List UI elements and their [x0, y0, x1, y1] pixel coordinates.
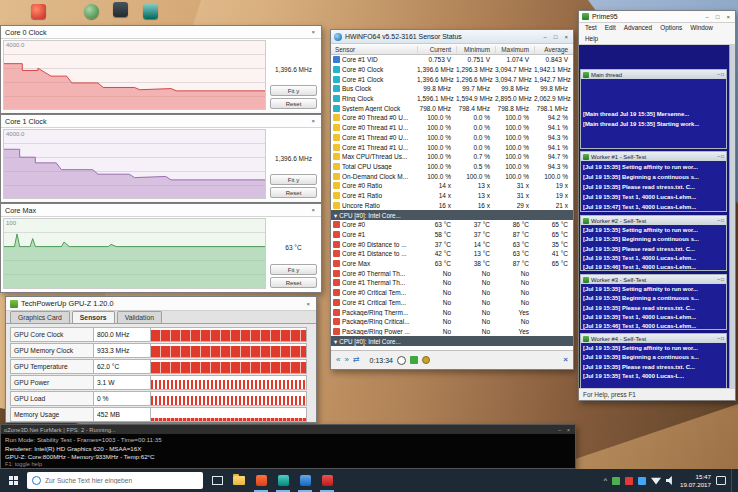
furmark-titlebar[interactable]: oZone3D.Net FurMark | FPS: 2 - Running..… — [1, 425, 575, 434]
menu-item[interactable]: Help — [581, 34, 602, 45]
scrollbar[interactable] — [729, 45, 735, 388]
tray-app-icon[interactable] — [638, 477, 646, 485]
sensor-row[interactable]: Ring Clock 1,596.1 MHz 1,594.9 MHz 2,895… — [331, 94, 573, 104]
sensor-row[interactable]: Package/Ring Power ... No No Yes — [331, 327, 573, 337]
child-titlebar[interactable]: Worker #3 - Self-Test –□ — [581, 275, 726, 284]
graph-window-titlebar[interactable]: Core 0 Clock × — [1, 26, 321, 39]
child-window-buttons[interactable]: –□ — [717, 153, 724, 160]
sensor-row[interactable]: Core #0 Critical Tem... No No No — [331, 288, 573, 298]
menu-item[interactable]: Edit — [601, 23, 620, 34]
clock-icon[interactable] — [397, 356, 406, 365]
sensor-row[interactable]: Core #1 Thread #1 U... 100.0 % 0.0 % 100… — [331, 142, 573, 152]
action-center-icon[interactable] — [716, 476, 726, 485]
minimize-icon[interactable]: – — [556, 426, 563, 434]
maximize-icon[interactable]: □ — [552, 33, 560, 41]
close-icon[interactable]: × — [562, 33, 570, 41]
sensor-row[interactable]: Core #0 Thread #0 U... 100.0 % 0.0 % 100… — [331, 113, 573, 123]
network-icon[interactable] — [651, 477, 661, 485]
gpuz-sensor-value[interactable]: 0 % — [94, 391, 151, 406]
gpuz-task-button[interactable] — [272, 469, 294, 492]
desktop-shortcut-icon[interactable] — [31, 4, 46, 19]
swap-icon[interactable]: ⇄ — [353, 355, 360, 365]
gpuz-sensor-value[interactable]: 800.0 MHz — [94, 327, 151, 342]
menu-item[interactable]: Window — [686, 23, 717, 34]
close-icon[interactable]: × — [724, 13, 732, 21]
logging-icon[interactable] — [410, 356, 418, 364]
sensor-row[interactable]: Core #1 Distance to ... 42 °C 13 °C 63 °… — [331, 249, 573, 259]
sensor-row[interactable]: Uncore Ratio 16 x 16 x 29 x 21 x — [331, 200, 573, 210]
fit-y-button[interactable]: Fit y — [270, 85, 317, 96]
reset-button[interactable]: Reset — [270, 98, 317, 109]
sensor-row[interactable]: Core #1 58 °C 37 °C 87 °C 65 °C — [331, 230, 573, 240]
prime95-titlebar[interactable]: Prime95 – □ × — [579, 11, 735, 23]
prime95-task-button[interactable] — [316, 469, 338, 492]
chevron-up-icon[interactable]: ^ — [604, 477, 607, 484]
child-titlebar[interactable]: Worker #2 - Self-Test –□ — [581, 216, 726, 225]
sensor-row[interactable]: Core #1 Critical Tem... No No No — [331, 298, 573, 308]
sensor-row[interactable]: Core #0 Thread #1 U... 100.0 % 0.0 % 100… — [331, 123, 573, 133]
child-titlebar[interactable]: Worker #4 - Self-Test –□ — [581, 334, 726, 343]
close-icon[interactable]: × — [309, 117, 317, 125]
menu-item[interactable]: Test — [581, 23, 601, 34]
reset-button[interactable]: Reset — [270, 187, 317, 198]
gpuz-sensor-value[interactable]: 933.3 MHz — [94, 343, 151, 358]
taskbar-search[interactable]: Zur Suche Text hier eingeben — [27, 472, 203, 489]
taskbar-clock[interactable]: 15:47 19.07.2017 — [680, 473, 711, 488]
sensor-row[interactable]: Package/Ring Therm... No No Yes — [331, 307, 573, 317]
volume-icon[interactable] — [666, 476, 675, 485]
fit-y-button[interactable]: Fit y — [270, 174, 317, 185]
sensor-section-header[interactable]: ▾ CPU [#0]: Intel Core... — [331, 210, 573, 220]
child-window-buttons[interactable]: –□ — [717, 276, 724, 283]
child-window-buttons[interactable]: –□ — [717, 335, 724, 342]
gpuz-sensor-value[interactable]: 3.1 W — [94, 375, 151, 390]
sensor-row[interactable]: Package/Ring Critical... No No No — [331, 317, 573, 327]
file-explorer-button[interactable] — [228, 469, 250, 492]
minimize-icon[interactable]: – — [542, 33, 549, 41]
sensor-section-header[interactable]: ▾ CPU [#0]: Intel Core... — [331, 336, 573, 346]
sensor-row[interactable]: Core #0 Clock 1,396.6 MHz 1,296.3 MHz 3,… — [331, 65, 573, 75]
minimize-icon[interactable]: – — [704, 13, 711, 21]
gpuz-sensor-value[interactable]: 452 MB — [94, 407, 151, 422]
sensor-row[interactable]: Core #0 Ratio 14 x 13 x 31 x 19 x — [331, 181, 573, 191]
toolbar-close-icon[interactable]: × — [563, 355, 568, 365]
sensor-row[interactable]: Total CPU Usage 100.0 % 0.5 % 100.0 % 94… — [331, 162, 573, 172]
fit-y-button[interactable]: Fit y — [270, 264, 317, 275]
tray-app-icon[interactable] — [612, 477, 620, 485]
close-icon[interactable]: × — [309, 28, 317, 36]
sensor-row[interactable]: Max CPU/Thread Us... 100.0 % 0.7 % 100.0… — [331, 152, 573, 162]
column-average[interactable]: Average — [534, 46, 573, 53]
sensor-row[interactable]: Bus Clock 99.8 MHz 99.7 MHz 99.8 MHz 99.… — [331, 84, 573, 94]
column-current[interactable]: Current — [417, 46, 456, 53]
menu-item[interactable]: Options — [656, 23, 686, 34]
graph-window-titlebar[interactable]: Core 1 Clock × — [1, 115, 321, 128]
column-sensor[interactable]: Sensor — [331, 46, 417, 53]
sensor-row[interactable]: Core #0 Distance to ... 37 °C 14 °C 63 °… — [331, 239, 573, 249]
sensor-row[interactable]: Core Max 63 °C 38 °C 87 °C 65 °C — [331, 259, 573, 269]
gpuz-tab[interactable]: Graphics Card — [10, 311, 70, 323]
task-view-button[interactable] — [206, 469, 228, 492]
graph-window-titlebar[interactable]: Core Max × — [1, 204, 321, 217]
tray-app-icon[interactable] — [625, 477, 633, 485]
close-icon[interactable]: × — [304, 300, 312, 308]
sensor-row[interactable]: Core #0 Thermal Th... No No No — [331, 268, 573, 278]
sensor-row[interactable]: Core #1 Clock 1,396.6 MHz 1,296.6 MHz 3,… — [331, 74, 573, 84]
close-icon[interactable]: × — [565, 426, 572, 434]
child-window-buttons[interactable]: –□ — [717, 71, 724, 78]
furmark-task-button[interactable] — [250, 469, 272, 492]
show-desktop-button[interactable] — [731, 469, 735, 492]
gpuz-tab[interactable]: Sensors — [72, 311, 115, 323]
sensor-row[interactable]: Core #1 Ratio 14 x 13 x 31 x 19 x — [331, 191, 573, 201]
child-titlebar[interactable]: Worker #1 - Self-Test –□ — [581, 152, 726, 161]
start-button[interactable] — [0, 469, 26, 492]
settings-gear-icon[interactable] — [422, 356, 430, 364]
back-icon[interactable]: « — [336, 355, 340, 365]
sensor-row[interactable]: On-Demand Clock M... 100.0 % 100.0 % 100… — [331, 171, 573, 181]
maximize-icon[interactable]: □ — [714, 13, 722, 21]
column-maximum[interactable]: Maximum — [495, 46, 534, 53]
desktop-shortcut-icon[interactable] — [84, 4, 99, 19]
sensor-row[interactable]: Core #1 VID 0.753 V 0.751 V 1.074 V 0.84… — [331, 55, 573, 65]
forward-icon[interactable]: » — [344, 355, 348, 365]
column-minimum[interactable]: Minimum — [456, 46, 495, 53]
hwinfo-task-button[interactable] — [294, 469, 316, 492]
child-window-buttons[interactable]: –□ — [717, 217, 724, 224]
